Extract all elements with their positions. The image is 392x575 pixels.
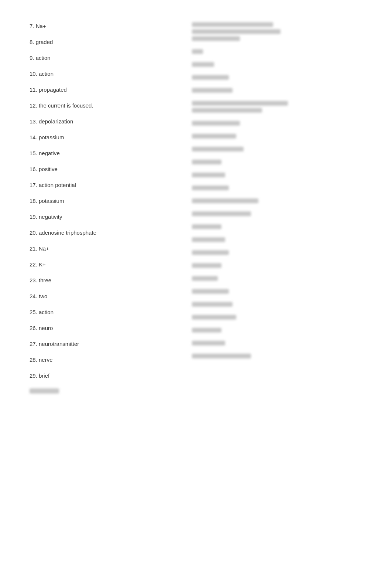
main-content: 7. Na+8. graded9. action10. action11. pr… — [30, 22, 362, 404]
list-item-text: 15. negative — [30, 150, 60, 156]
right-blurred-item — [192, 289, 362, 294]
blurred-item — [30, 388, 59, 394]
blurred-line — [192, 302, 233, 307]
list-item: 24. two — [30, 292, 170, 300]
right-blurred-item — [192, 198, 362, 203]
right-blurred-item — [192, 49, 362, 54]
blurred-line — [192, 224, 221, 229]
list-item-text: 9. action — [30, 55, 51, 61]
list-item-text: 25. action — [30, 309, 54, 315]
blurred-line — [192, 160, 221, 164]
list-item-text: 16. positive — [30, 166, 58, 172]
right-blurred-item — [192, 75, 362, 80]
list-item: 29. brief — [30, 372, 170, 380]
list-item-text: 29. brief — [30, 372, 49, 379]
blurred-line — [192, 49, 203, 54]
blurred-line — [192, 36, 240, 41]
list-item-text: 14. potassium — [30, 134, 64, 140]
right-blurred-item — [192, 224, 362, 229]
right-blurred-item — [192, 88, 362, 93]
blurred-line — [192, 62, 214, 67]
list-item: 26. neuro — [30, 324, 170, 332]
list-item: 8. graded — [30, 38, 170, 46]
right-blurred-item — [192, 328, 362, 333]
blurred-line — [192, 354, 251, 358]
list-item: 15. negative — [30, 149, 170, 157]
list-item-text: 17. action potential — [30, 182, 76, 188]
blurred-line — [192, 173, 225, 177]
list-item: 10. action — [30, 70, 170, 78]
right-blurred-item — [192, 160, 362, 164]
blurred-line — [192, 250, 229, 255]
blurred-line — [192, 147, 244, 152]
list-item-text: 18. potassium — [30, 198, 64, 204]
blurred-line — [192, 289, 229, 294]
right-blurred-item — [192, 315, 362, 320]
blurred-line — [192, 88, 233, 93]
list-item-text: 11. propagated — [30, 86, 67, 93]
list-item: 14. potassium — [30, 133, 170, 141]
list-item: 11. propagated — [30, 86, 170, 93]
blurred-line — [192, 341, 225, 346]
blurred-line — [192, 186, 229, 190]
blurred-line — [192, 108, 262, 113]
list-item-text: 24. two — [30, 293, 47, 299]
right-blurred-item — [192, 22, 362, 41]
list-item-text: 28. nerve — [30, 357, 53, 363]
right-blurred-item — [192, 302, 362, 307]
right-blurred-item — [192, 62, 362, 67]
blurred-line — [192, 237, 225, 242]
list-item: 19. negativity — [30, 213, 170, 221]
list-item-text: 10. action — [30, 71, 54, 77]
right-blurred-item — [192, 173, 362, 177]
list-item-text: 22. K+ — [30, 261, 46, 268]
right-blurred-item — [192, 211, 362, 216]
list-item-text: 13. depolarization — [30, 118, 73, 125]
right-blurred-item — [192, 101, 362, 113]
list-item: 22. K+ — [30, 261, 170, 268]
list-item: 7. Na+ — [30, 22, 170, 30]
list-item: 13. depolarization — [30, 118, 170, 125]
right-blurred-item — [192, 237, 362, 242]
blurred-line — [192, 22, 273, 27]
right-blurred-item — [192, 121, 362, 126]
right-column — [192, 22, 362, 404]
blurred-line — [192, 211, 251, 216]
list-item — [30, 388, 170, 395]
right-blurred-item — [192, 276, 362, 281]
blurred-line — [192, 121, 240, 126]
list-item-text: 19. negativity — [30, 214, 62, 220]
right-blurred-item — [192, 147, 362, 152]
blurred-line — [192, 315, 236, 320]
list-item: 27. neurotransmitter — [30, 340, 170, 348]
right-blurred-item — [192, 341, 362, 346]
right-blurred-item — [192, 250, 362, 255]
list-item: 28. nerve — [30, 356, 170, 364]
list-item: 20. adenosine triphosphate — [30, 229, 170, 237]
list-item: 12. the current is focused. — [30, 102, 170, 109]
list-item: 16. positive — [30, 165, 170, 173]
list-item-text: 26. neuro — [30, 325, 53, 331]
list-item-text: 8. graded — [30, 39, 53, 45]
blurred-line — [192, 101, 288, 106]
right-blurred-item — [192, 134, 362, 139]
list-item-text: 27. neurotransmitter — [30, 341, 79, 347]
right-blurred-item — [192, 263, 362, 268]
list-item: 9. action — [30, 54, 170, 62]
list-item-text: 23. three — [30, 277, 51, 283]
blurred-line — [192, 134, 236, 139]
blurred-line — [192, 75, 229, 80]
blurred-line — [192, 263, 221, 268]
list-item: 18. potassium — [30, 197, 170, 205]
blurred-line — [192, 276, 218, 281]
list-item: 21. Na+ — [30, 245, 170, 252]
list-item-text: 12. the current is focused. — [30, 102, 93, 109]
blurred-line — [192, 198, 258, 203]
list-item-text: 21. Na+ — [30, 245, 49, 252]
list-item-text: 7. Na+ — [30, 23, 46, 29]
right-blurred-item — [192, 354, 362, 358]
list-item-text: 20. adenosine triphosphate — [30, 229, 96, 236]
list-item: 25. action — [30, 308, 170, 316]
blurred-line — [192, 29, 281, 34]
list-item: 23. three — [30, 276, 170, 284]
